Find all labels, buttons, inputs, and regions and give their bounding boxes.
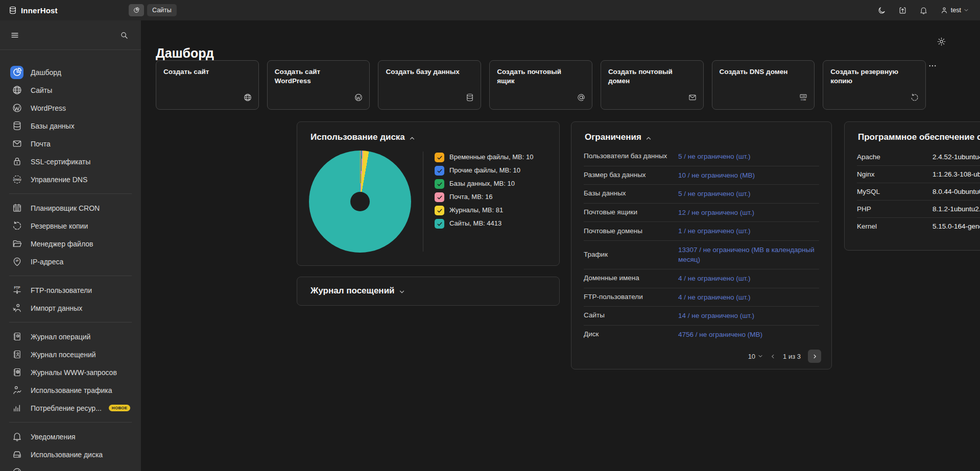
legend-checkbox[interactable]	[435, 166, 444, 176]
sidebar-item-dashboard[interactable]: Дашборд	[0, 63, 141, 81]
table-row: Базы данных 5 / не ограничено (шт.)	[584, 185, 819, 204]
prev-page-icon[interactable]	[770, 354, 776, 359]
more-actions-button[interactable]	[928, 61, 937, 72]
sidebar-item-backups[interactable]: Резервные копии	[0, 217, 141, 235]
legend-item: Сайты, МВ: 4413	[435, 219, 546, 229]
tab-sites[interactable]: Сайты	[147, 4, 177, 16]
create-wordpress-card[interactable]: Создать сайт WordPress	[267, 60, 370, 110]
table-row: Доменные имена 4 / не ограничено (шт.)	[584, 269, 819, 288]
tab-dashboard[interactable]	[129, 4, 144, 16]
disk-usage-panel: Использование диска Временные файлы, МВ:…	[297, 121, 560, 266]
table-row: PHP 8.1.2-1ubuntu2.22	[857, 201, 980, 218]
chevron-right-icon	[812, 354, 818, 359]
sidebar-item-ip[interactable]: IP-адреса	[0, 253, 141, 270]
legend-checkbox[interactable]	[435, 192, 444, 202]
export-icon[interactable]	[898, 6, 907, 15]
sidebar-item-dns[interactable]: Управление DNS	[0, 170, 141, 188]
table-row: Трафик 13307 / не ограничено (МВ в кален…	[584, 241, 819, 269]
hamburger-menu-icon[interactable]	[10, 31, 19, 40]
topbar-actions: test	[877, 6, 980, 15]
restore-icon	[12, 220, 22, 231]
server-software-panel-header[interactable]: Программное обеспечение сервера	[857, 122, 980, 142]
sidebar-item-visits-log[interactable]: Журнал посещений	[0, 345, 141, 363]
create-backup-card[interactable]: Создать резервную копию	[823, 60, 926, 110]
journal-user-icon	[12, 349, 22, 360]
visits-log-panel-header[interactable]: Журнал посещений	[297, 277, 559, 296]
legend-checkbox[interactable]	[435, 153, 444, 162]
sidebar-item-disk-usage[interactable]: Использование диска	[0, 445, 141, 463]
journal-web-icon	[12, 367, 22, 378]
sidebar-item-wordpress[interactable]: WordPress	[0, 99, 141, 117]
legend-item: Базы данных, МВ: 10	[435, 179, 546, 189]
sidebar-item-notifications[interactable]: Уведомления	[0, 428, 141, 445]
sidebar-item-mail[interactable]: Почта	[0, 135, 141, 153]
table-row: Почтовые ящики 12 / не ограничено (шт.)	[584, 204, 819, 222]
divider	[9, 322, 132, 323]
check-icon	[437, 181, 443, 187]
sidebar-item-operations-log[interactable]: Журнал операций	[0, 328, 141, 345]
create-mail-domain-card[interactable]: Создать почтовый домен	[601, 60, 704, 110]
app-logo[interactable]: InnerHost	[0, 6, 133, 15]
legend-checkbox[interactable]	[435, 179, 444, 189]
sidebar-item-www-logs[interactable]: Журналы WWW-запросов	[0, 363, 141, 381]
sidebar-header	[0, 20, 141, 50]
sidebar-item-ssl[interactable]: SSL-сертификаты	[0, 153, 141, 170]
chevron-up-icon	[646, 135, 652, 141]
table-row: Размер баз данных 10 / не ограничено (МВ…	[584, 166, 819, 185]
disk-usage-panel-header[interactable]: Использование диска	[297, 122, 559, 142]
create-site-card[interactable]: Создать сайт	[156, 60, 259, 110]
user-menu[interactable]: test	[940, 6, 969, 14]
new-badge: НОВОЕ	[109, 405, 131, 411]
dns-domain-icon	[799, 93, 808, 102]
sidebar-item-import[interactable]: Импорт данных	[0, 299, 141, 317]
quick-action-cards: Создать сайт Создать сайт WordPress Созд…	[156, 60, 926, 110]
disk-icon	[12, 449, 22, 460]
main-content: Дашборд Создать сайт Создать сайт WordPr…	[141, 20, 980, 471]
sidebar: Дашборд Сайты WordPress Базы данных Почт…	[0, 20, 141, 471]
ip-pin-icon	[12, 256, 22, 267]
user-name: test	[951, 7, 961, 14]
server-software-table: Apache 2.4.52-1ubuntu4.16 Nginx 1:1.26.3…	[857, 148, 980, 235]
gear-icon	[937, 37, 946, 46]
create-dns-domain-card[interactable]: Создать DNS домен	[712, 60, 815, 110]
traffic-icon	[12, 385, 22, 395]
create-database-card[interactable]: Создать базу данных	[378, 60, 481, 110]
pie-chart-icon	[133, 7, 140, 14]
next-page-button[interactable]	[808, 350, 821, 363]
sidebar-item-databases[interactable]: Базы данных	[0, 117, 141, 135]
sidebar-item-filemanager[interactable]: Менеджер файлов	[0, 235, 141, 253]
sidebar-item-sites[interactable]: Сайты	[0, 81, 141, 99]
sidebar-item-ftp-users[interactable]: FTP-пользователи	[0, 281, 141, 299]
legend-item: Прочие файлы, МВ: 10	[435, 166, 546, 176]
page-info: 1 из 3	[783, 353, 801, 360]
bell-icon[interactable]	[919, 6, 928, 15]
moon-icon[interactable]	[877, 6, 886, 15]
table-row: Nginx 1:1.26.3-108-ubuntu22	[857, 166, 980, 183]
check-icon	[437, 194, 443, 201]
create-mailbox-card[interactable]: Создать почтовый ящик	[489, 60, 592, 110]
chevron-down-icon	[399, 289, 405, 295]
mail-icon	[12, 138, 22, 149]
app-logo-text: InnerHost	[21, 6, 58, 15]
settings-button[interactable]	[937, 37, 946, 48]
sidebar-item-resources[interactable]: Потребление ресур... НОВОЕ	[0, 399, 141, 417]
table-row: Диск 4756 / не ограничено (МВ)	[584, 326, 819, 344]
sidebar-item-traffic[interactable]: Использование трафика	[0, 381, 141, 399]
limits-panel: Ограничения Пользователи баз данных 5 / …	[571, 121, 832, 369]
divider	[9, 276, 132, 276]
user-import-icon	[12, 303, 22, 313]
legend-checkbox[interactable]	[435, 219, 444, 229]
chevron-down-icon	[758, 354, 763, 359]
sidebar-item-partial[interactable]	[0, 463, 141, 471]
database-logo-icon	[8, 6, 17, 15]
sidebar-item-cron[interactable]: Планировщик CRON	[0, 199, 141, 217]
wordpress-icon	[354, 93, 363, 102]
limits-panel-header[interactable]: Ограничения	[584, 122, 819, 142]
page-size-select[interactable]: 10	[748, 353, 763, 360]
table-row: Apache 2.4.52-1ubuntu4.16	[857, 148, 980, 166]
chevron-up-icon	[409, 135, 415, 141]
mail-icon	[688, 93, 697, 102]
search-icon[interactable]	[119, 31, 129, 40]
disk-usage-pie[interactable]	[309, 151, 411, 253]
legend-checkbox[interactable]	[435, 206, 444, 215]
